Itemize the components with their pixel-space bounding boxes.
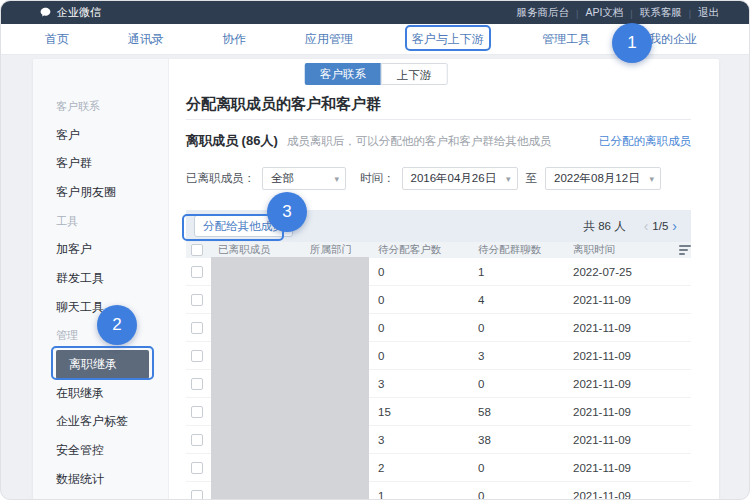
cell-pending-groups: 1 [478,266,573,278]
cell-pending-groups: 38 [478,434,573,446]
nav-contacts[interactable]: 通讯录 [128,31,164,48]
col-pending-groups: 待分配群聊数 [478,243,573,257]
app-window: 企业微信 服务商后台 API文档 联系客服 退出 首页 通讯录 协作 应用管理 … [0,0,750,500]
cell-pending-groups: 0 [478,462,573,474]
cell-pending-groups: 3 [478,350,573,362]
tab-upstream-downstream[interactable]: 上下游 [381,63,448,85]
section-description: 成员离职后，可以分配他的客户和客户群给其他成员 [287,134,552,149]
chevron-down-icon: ▾ [649,174,654,184]
row-checkbox[interactable] [191,294,203,306]
cell-pending-customers: 0 [378,294,478,306]
nav-home[interactable]: 首页 [45,31,69,48]
nav-collaboration[interactable]: 协作 [222,31,246,48]
subtabs: 客户联系 上下游 [305,63,448,85]
cell-pending-customers: 15 [378,406,478,418]
sidebar-header-tools: 工具 [33,207,168,236]
topbar: 企业微信 服务商后台 API文档 联系客服 退出 [1,1,749,24]
cell-resign-date: 2021-11-09 [573,294,664,306]
date-from-select[interactable]: 2016年04月26日 ▾ [402,167,518,190]
row-checkbox[interactable] [191,266,203,278]
sidebar-item-onjob-inheritance[interactable]: 在职继承 [33,379,168,408]
column-settings-icon[interactable] [679,243,691,257]
col-resign-date: 离职时间 [573,243,664,257]
chevron-down-icon: ▾ [334,174,339,184]
row-checkbox[interactable] [191,322,203,334]
select-all-checkbox[interactable] [191,244,203,256]
cell-resign-date: 2021-11-09 [573,350,664,362]
topbar-link-service-provider[interactable]: 服务商后台 [517,6,570,20]
cell-resign-date: 2022-07-25 [573,266,664,278]
row-checkbox[interactable] [191,378,203,390]
cell-pending-groups: 0 [478,322,573,334]
to-label: 至 [526,171,538,186]
sidebar-item-customers[interactable]: 客户 [33,121,168,150]
cell-resign-date: 2021-11-09 [573,490,664,500]
cell-resign-date: 2021-11-09 [573,462,664,474]
sidebar-item-chat-tools[interactable]: 聊天工具 [33,293,168,322]
next-page-icon[interactable] [668,219,681,233]
topbar-link-logout[interactable]: 退出 [698,6,719,20]
sidebar-item-resignation-inheritance[interactable]: 离职继承 [33,350,168,379]
topbar-links: 服务商后台 API文档 联系客服 退出 [517,6,719,20]
prev-page-icon[interactable] [640,219,653,233]
cell-pending-groups: 4 [478,294,573,306]
row-checkbox[interactable] [191,434,203,446]
row-checkbox[interactable] [191,350,203,362]
main-nav: 首页 通讯录 协作 应用管理 客户与上下游 管理工具 我的企业 [1,24,749,55]
sidebar-item-customer-groups[interactable]: 客户群 [33,149,168,178]
cell-resign-date: 2021-11-09 [573,434,664,446]
redacted-names-block [211,257,369,500]
section-header: 离职成员 (86人) 成员离职后，可以分配他的客户和客户群给其他成员 已分配的离… [186,132,691,150]
cell-resign-date: 2021-11-09 [573,322,664,334]
sidebar-item-customer-moments[interactable]: 客户朋友圈 [33,178,168,207]
col-department: 所属部门 [310,243,378,257]
cell-pending-customers: 2 [378,462,478,474]
sidebar-item-bulk-message[interactable]: 群发工具 [33,264,168,293]
cell-pending-customers: 0 [378,266,478,278]
topbar-link-api-docs[interactable]: API文档 [585,6,623,20]
nav-my-enterprise[interactable]: 我的企业 [649,31,697,48]
cell-pending-customers: 3 [378,378,478,390]
divider [576,7,578,19]
row-checkbox[interactable] [191,462,203,474]
member-filter-select[interactable]: 全部 ▾ [262,167,346,190]
cell-resign-date: 2021-11-09 [573,378,664,390]
cell-pending-customers: 0 [378,322,478,334]
cell-pending-customers: 3 [378,434,478,446]
member-filter-value: 全部 [271,171,294,186]
assigned-members-link[interactable]: 已分配的离职成员 [599,134,691,149]
nav-management-tools[interactable]: 管理工具 [542,31,590,48]
date-from-value: 2016年04月26日 [411,171,497,186]
brand: 企业微信 [39,5,101,20]
sidebar-header-customer-contact: 客户联系 [33,92,168,121]
cell-resign-date: 2021-11-09 [573,406,664,418]
cell-pending-groups: 58 [478,406,573,418]
row-checkbox[interactable] [191,406,203,418]
divider [630,7,632,19]
cell-pending-customers: 0 [378,350,478,362]
total-count: 共 86 人 [583,219,625,234]
sidebar-item-add-customer[interactable]: 加客户 [33,235,168,264]
departed-members-count: 离职成员 (86人) [186,132,278,150]
sidebar-item-security-control[interactable]: 安全管控 [33,436,168,465]
content-card: 客户联系 上下游 客户联系 客户 客户群 客户朋友圈 工具 加客户 群发工具 聊… [33,59,719,500]
filter-row: 已离职成员： 全部 ▾ 时间： 2016年04月26日 ▾ 至 2022年08月… [186,167,691,190]
nav-app-management[interactable]: 应用管理 [305,31,353,48]
tab-customer-contact[interactable]: 客户联系 [305,63,381,85]
assign-to-others-button[interactable]: 分配给其他成员 [194,215,293,237]
cell-pending-groups: 0 [478,490,573,500]
brand-name: 企业微信 [57,5,101,20]
wechat-work-logo-icon [39,6,52,19]
sidebar-header-management: 管理 [33,322,168,351]
table-toolbar: 分配给其他成员 共 86 人 1/5 [186,210,691,242]
row-checkbox[interactable] [191,490,203,500]
col-pending-customers: 待分配客户数 [378,243,478,257]
sidebar-item-statistics[interactable]: 数据统计 [33,465,168,494]
sidebar-item-customer-tags[interactable]: 企业客户标签 [33,408,168,437]
nav-customers-updownstream[interactable]: 客户与上下游 [412,31,484,48]
date-to-select[interactable]: 2022年08月12日 ▾ [545,167,661,190]
sidebar: 客户联系 客户 客户群 客户朋友圈 工具 加客户 群发工具 聊天工具 管理 离职… [33,59,169,500]
cell-pending-customers: 1 [378,490,478,500]
topbar-link-contact-support[interactable]: 联系客服 [640,6,682,20]
col-departed-member: 已离职成员 [218,243,310,257]
